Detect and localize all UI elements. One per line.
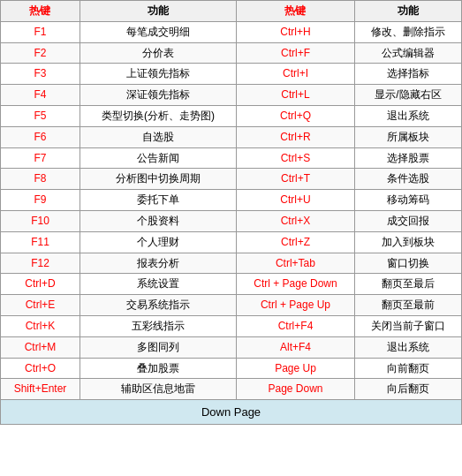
- hotkey-cell-right: Ctrl + Page Up: [236, 295, 354, 316]
- func-cell-left: 叠加股票: [80, 358, 236, 379]
- table-row: F5类型切换(分析、走势图)Ctrl+Q退出系统: [1, 105, 462, 126]
- hotkey-cell-left: Ctrl+O: [1, 358, 80, 379]
- hotkey-cell-left: F10: [1, 210, 80, 231]
- hotkey-cell-left: Ctrl+D: [1, 274, 80, 295]
- hotkey-cell-right: Ctrl+F: [236, 42, 354, 64]
- func-cell-left: 五彩线指示: [80, 315, 236, 336]
- func-cell-left: 交易系统指示: [80, 295, 236, 316]
- table-row: F4深证领先指标Ctrl+L显示/隐藏右区: [1, 85, 462, 106]
- hotkey-table: 热键 功能 热键 功能 F1每笔成交明细Ctrl+H修改、删除指示F2分价表Ct…: [0, 0, 462, 400]
- hotkey-cell-right: Ctrl+T: [236, 169, 354, 190]
- func-cell-left: 报表分析: [80, 253, 236, 274]
- hotkey-cell-left: F3: [1, 64, 80, 85]
- func-cell-left: 每笔成交明细: [80, 21, 236, 42]
- func-cell-right: 加入到板块: [355, 231, 462, 253]
- col-header-fn2: 功能: [355, 1, 462, 22]
- func-cell-left: 上证领先指标: [80, 64, 236, 85]
- col-header-hk2: 热键: [236, 1, 354, 22]
- func-cell-right: 条件选股: [355, 169, 462, 190]
- func-cell-right: 修改、删除指示: [355, 21, 462, 42]
- func-cell-right: 选择指标: [355, 64, 462, 85]
- hotkey-cell-left: Ctrl+M: [1, 336, 80, 358]
- table-row: F2分价表Ctrl+F公式编辑器: [1, 42, 462, 64]
- table-row: F9委托下单Ctrl+U移动筹码: [1, 190, 462, 211]
- table-row: F12报表分析Ctrl+Tab窗口切换: [1, 253, 462, 274]
- col-header-hk1: 热键: [1, 1, 80, 22]
- hotkey-cell-left: Shift+Enter: [1, 379, 80, 400]
- hotkey-cell-left: F7: [1, 147, 80, 169]
- hotkey-cell-right: Alt+F4: [236, 336, 354, 358]
- hotkey-cell-left: F4: [1, 85, 80, 106]
- func-cell-right: 所属板块: [355, 126, 462, 147]
- func-cell-left: 自选股: [80, 126, 236, 147]
- table-row: F7公告新闻Ctrl+S选择股票: [1, 147, 462, 169]
- func-cell-right: 向后翻页: [355, 379, 462, 400]
- hotkey-cell-right: Ctrl+R: [236, 126, 354, 147]
- hotkey-cell-right: Ctrl+X: [236, 210, 354, 231]
- hotkey-cell-left: Ctrl+K: [1, 315, 80, 336]
- func-cell-right: 公式编辑器: [355, 42, 462, 64]
- hotkey-cell-left: F2: [1, 42, 80, 64]
- table-row: F1每笔成交明细Ctrl+H修改、删除指示: [1, 21, 462, 42]
- hotkey-cell-right: Ctrl+I: [236, 64, 354, 85]
- func-cell-right: 退出系统: [355, 105, 462, 126]
- hotkey-cell-right: Ctrl+U: [236, 190, 354, 211]
- hotkey-cell-left: F12: [1, 253, 80, 274]
- func-cell-left: 公告新闻: [80, 147, 236, 169]
- hotkey-cell-right: Page Up: [236, 358, 354, 379]
- func-cell-right: 翻页至最后: [355, 274, 462, 295]
- table-row: F11个人理财Ctrl+Z加入到板块: [1, 231, 462, 253]
- hotkey-cell-left: F8: [1, 169, 80, 190]
- func-cell-left: 分析图中切换周期: [80, 169, 236, 190]
- hotkey-cell-left: F11: [1, 231, 80, 253]
- func-cell-left: 个股资料: [80, 210, 236, 231]
- func-cell-right: 显示/隐藏右区: [355, 85, 462, 106]
- func-cell-left: 分价表: [80, 42, 236, 64]
- func-cell-right: 移动筹码: [355, 190, 462, 211]
- hotkey-cell-right: Ctrl+Tab: [236, 253, 354, 274]
- func-cell-right: 退出系统: [355, 336, 462, 358]
- bottom-bar: Down Page: [0, 399, 462, 425]
- func-cell-right: 成交回报: [355, 210, 462, 231]
- func-cell-left: 辅助区信息地雷: [80, 379, 236, 400]
- hotkey-cell-left: F9: [1, 190, 80, 211]
- hotkey-cell-left: F5: [1, 105, 80, 126]
- hotkey-cell-right: Ctrl+S: [236, 147, 354, 169]
- bottom-text: Down Page: [201, 405, 261, 419]
- func-cell-left: 多图同列: [80, 336, 236, 358]
- func-cell-right: 选择股票: [355, 147, 462, 169]
- table-row: F8分析图中切换周期Ctrl+T条件选股: [1, 169, 462, 190]
- table-row: Ctrl+M多图同列Alt+F4退出系统: [1, 336, 462, 358]
- hotkey-cell-right: Ctrl+F4: [236, 315, 354, 336]
- table-row: Ctrl+D系统设置Ctrl + Page Down翻页至最后: [1, 274, 462, 295]
- table-row: Ctrl+O叠加股票Page Up向前翻页: [1, 358, 462, 379]
- table-row: F3上证领先指标Ctrl+I选择指标: [1, 64, 462, 85]
- func-cell-left: 个人理财: [80, 231, 236, 253]
- col-header-fn1: 功能: [80, 1, 236, 22]
- table-row: Ctrl+E交易系统指示Ctrl + Page Up翻页至最前: [1, 295, 462, 316]
- func-cell-left: 深证领先指标: [80, 85, 236, 106]
- hotkey-cell-right: Ctrl+L: [236, 85, 354, 106]
- hotkey-cell-right: Ctrl + Page Down: [236, 274, 354, 295]
- func-cell-right: 翻页至最前: [355, 295, 462, 316]
- hotkey-cell-right: Ctrl+Z: [236, 231, 354, 253]
- hotkey-cell-right: Ctrl+Q: [236, 105, 354, 126]
- func-cell-left: 类型切换(分析、走势图): [80, 105, 236, 126]
- table-row: F6自选股Ctrl+R所属板块: [1, 126, 462, 147]
- func-cell-right: 向前翻页: [355, 358, 462, 379]
- hotkey-cell-left: Ctrl+E: [1, 295, 80, 316]
- table-row: Ctrl+K五彩线指示Ctrl+F4关闭当前子窗口: [1, 315, 462, 336]
- table-row: F10个股资料Ctrl+X成交回报: [1, 210, 462, 231]
- hotkey-cell-right: Page Down: [236, 379, 354, 400]
- hotkey-cell-left: F1: [1, 21, 80, 42]
- table-row: Shift+Enter辅助区信息地雷Page Down向后翻页: [1, 379, 462, 400]
- func-cell-right: 关闭当前子窗口: [355, 315, 462, 336]
- func-cell-left: 委托下单: [80, 190, 236, 211]
- hotkey-cell-right: Ctrl+H: [236, 21, 354, 42]
- func-cell-left: 系统设置: [80, 274, 236, 295]
- func-cell-right: 窗口切换: [355, 253, 462, 274]
- hotkey-cell-left: F6: [1, 126, 80, 147]
